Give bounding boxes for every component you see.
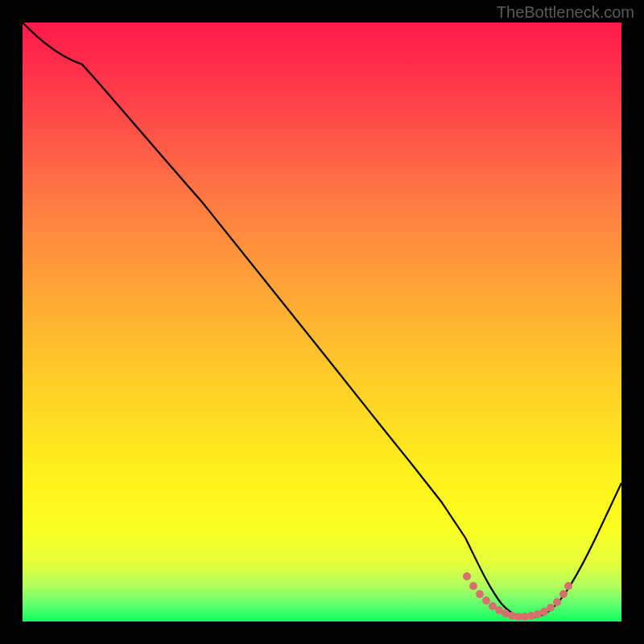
optimal-band-dots	[463, 572, 572, 621]
chart-plot-area	[23, 23, 621, 621]
svg-point-13	[547, 604, 555, 612]
svg-point-2	[476, 590, 484, 598]
bottleneck-curve-line	[23, 23, 621, 617]
chart-svg	[23, 23, 621, 621]
watermark-text: TheBottleneck.com	[497, 3, 634, 22]
svg-point-14	[553, 598, 561, 606]
svg-point-16	[564, 582, 572, 590]
svg-point-15	[559, 590, 568, 598]
svg-point-0	[463, 572, 471, 580]
svg-point-1	[469, 582, 477, 590]
svg-point-3	[482, 597, 490, 605]
